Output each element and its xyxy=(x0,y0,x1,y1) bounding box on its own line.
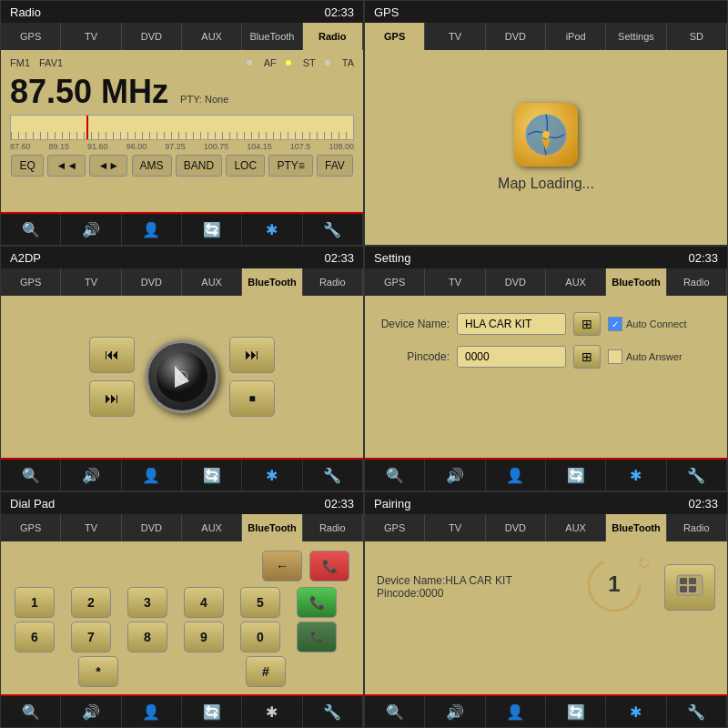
prev-button[interactable]: ◄◄ xyxy=(47,155,86,177)
search-btn-dial[interactable]: 🔍 xyxy=(1,696,61,727)
contacts-btn-dial[interactable]: 👤 xyxy=(122,696,182,727)
band-button[interactable]: BAND xyxy=(176,155,222,177)
tab-gps-setting[interactable]: GPS xyxy=(365,268,425,296)
refresh-btn-dial[interactable]: 🔄 xyxy=(182,696,242,727)
ams-button[interactable]: AMS xyxy=(132,155,172,177)
contacts-btn[interactable]: 👤 xyxy=(122,214,182,245)
tab-gps-a2dp[interactable]: GPS xyxy=(1,268,61,296)
key-7[interactable]: 7 xyxy=(71,622,111,652)
key-9[interactable]: 9 xyxy=(184,622,224,652)
tab-bluetooth-pair[interactable]: BlueTooth xyxy=(606,514,666,541)
search-btn-setting[interactable]: 🔍 xyxy=(365,460,425,490)
tab-bluetooth-setting[interactable]: BlueTooth xyxy=(606,268,666,296)
key-8[interactable]: 8 xyxy=(127,622,167,652)
key-0[interactable]: 0 xyxy=(240,622,280,652)
call-btn[interactable]: 📞 xyxy=(297,587,337,618)
tab-tv-pair[interactable]: TV xyxy=(425,514,485,541)
contacts-btn-a2dp[interactable]: 👤 xyxy=(122,460,182,490)
tab-gps-dial[interactable]: GPS xyxy=(1,514,61,541)
key-hash[interactable]: # xyxy=(246,656,286,687)
device-name-input[interactable] xyxy=(457,313,566,335)
search-btn-a2dp[interactable]: 🔍 xyxy=(1,460,61,490)
auto-connect-checkbox[interactable]: ✓ xyxy=(608,317,622,331)
bluetooth-btn[interactable]: ✱ xyxy=(242,214,302,245)
eq-button[interactable]: EQ xyxy=(11,155,44,177)
settings-btn[interactable]: 🔧 xyxy=(303,214,363,245)
tab-aux-setting[interactable]: AUX xyxy=(546,268,606,296)
tab-tv[interactable]: TV xyxy=(61,23,121,50)
tab-tv-setting[interactable]: TV xyxy=(425,268,485,296)
tab-sd[interactable]: SD xyxy=(667,23,727,50)
tab-radio-a2dp[interactable]: Radio xyxy=(303,268,363,296)
tab-aux-pair[interactable]: AUX xyxy=(546,514,606,541)
bluetooth-btn-setting[interactable]: ✱ xyxy=(606,460,666,490)
refresh-btn[interactable]: 🔄 xyxy=(182,214,242,245)
next-track-btn[interactable]: ⏭ xyxy=(229,337,275,373)
stop-btn[interactable]: ■ xyxy=(229,380,275,417)
volume-btn-dial[interactable]: 🔊 xyxy=(61,696,121,727)
bluetooth-btn-pair[interactable]: ✱ xyxy=(606,696,666,727)
refresh-btn-setting[interactable]: 🔄 xyxy=(546,460,606,490)
auto-connect-check[interactable]: ✓ Auto Connect xyxy=(608,317,687,331)
volume-btn-a2dp[interactable]: 🔊 xyxy=(61,460,121,490)
tab-dvd-a2dp[interactable]: DVD xyxy=(122,268,182,296)
tab-radio-pair[interactable]: Radio xyxy=(667,514,727,541)
tab-dvd-dial[interactable]: DVD xyxy=(122,514,182,541)
call2-btn[interactable]: 📞 xyxy=(297,622,337,652)
key-5[interactable]: 5 xyxy=(240,587,280,618)
tab-dvd[interactable]: DVD xyxy=(122,23,182,50)
tab-aux-dial[interactable]: AUX xyxy=(182,514,242,541)
volume-btn[interactable]: 🔊 xyxy=(61,214,121,245)
settings-btn-dial[interactable]: 🔧 xyxy=(303,696,363,727)
tab-gps-pair[interactable]: GPS xyxy=(365,514,425,541)
key-6[interactable]: 6 xyxy=(15,622,55,652)
tab-bluetooth-a2dp[interactable]: BlueTooth xyxy=(242,268,302,296)
tab-aux-a2dp[interactable]: AUX xyxy=(182,268,242,296)
pincode-grid-btn[interactable]: ⊞ xyxy=(573,345,601,369)
tab-tv-dial[interactable]: TV xyxy=(61,514,121,541)
tab-bluetooth-dial[interactable]: BlueTooth xyxy=(242,514,302,541)
settings-btn-setting[interactable]: 🔧 xyxy=(667,460,727,490)
hangup-btn[interactable]: 📞 xyxy=(309,551,349,581)
key-2[interactable]: 2 xyxy=(71,587,111,618)
search-btn[interactable]: 🔍 xyxy=(1,214,61,245)
pincode-input[interactable] xyxy=(457,346,566,368)
tab-bluetooth[interactable]: BlueTooth xyxy=(242,23,302,50)
bluetooth-btn-dial[interactable]: ✱ xyxy=(242,696,302,727)
volume-btn-pair[interactable]: 🔊 xyxy=(425,696,485,727)
auto-answer-check[interactable]: Auto Answer xyxy=(608,349,682,364)
contacts-btn-pair[interactable]: 👤 xyxy=(486,696,546,727)
tab-dvd-pair[interactable]: DVD xyxy=(486,514,546,541)
refresh-btn-pair[interactable]: 🔄 xyxy=(546,696,606,727)
tab-dvd-gps[interactable]: DVD xyxy=(486,23,546,50)
tab-radio-setting[interactable]: Radio xyxy=(667,268,727,296)
settings-btn-pair[interactable]: 🔧 xyxy=(667,696,727,727)
settings-btn-a2dp[interactable]: 🔧 xyxy=(303,460,363,490)
device-name-grid-btn[interactable]: ⊞ xyxy=(573,312,601,336)
tab-gps[interactable]: GPS xyxy=(1,23,61,50)
tab-gps-active[interactable]: GPS xyxy=(365,23,425,50)
next-button[interactable]: ◄► xyxy=(89,155,127,177)
loc-button[interactable]: LOC xyxy=(226,155,265,177)
auto-answer-checkbox[interactable] xyxy=(608,349,622,364)
fav-button[interactable]: FAV xyxy=(317,155,353,177)
key-3[interactable]: 3 xyxy=(127,587,167,618)
search-btn-pair[interactable]: 🔍 xyxy=(365,696,425,727)
tab-tv-gps[interactable]: TV xyxy=(425,23,485,50)
backspace-btn[interactable]: ← xyxy=(262,551,302,581)
tab-settings[interactable]: Settings xyxy=(606,23,666,50)
volume-btn-setting[interactable]: 🔊 xyxy=(425,460,485,490)
tab-tv-a2dp[interactable]: TV xyxy=(61,268,121,296)
pty-button[interactable]: PTY≡ xyxy=(268,155,312,177)
key-star[interactable]: * xyxy=(78,656,118,687)
prev-btn2[interactable]: ⏭ xyxy=(89,380,135,417)
tab-ipod[interactable]: iPod xyxy=(546,23,606,50)
key-1[interactable]: 1 xyxy=(15,587,55,618)
pairing-action-btn[interactable] xyxy=(664,564,715,611)
tab-radio-dial[interactable]: Radio xyxy=(303,514,363,541)
tab-radio[interactable]: Radio xyxy=(303,23,363,50)
key-4[interactable]: 4 xyxy=(184,587,224,618)
prev-track-btn[interactable]: ⏮ xyxy=(89,337,135,373)
bluetooth-btn-a2dp[interactable]: ✱ xyxy=(242,460,302,490)
tab-dvd-setting[interactable]: DVD xyxy=(486,268,546,296)
